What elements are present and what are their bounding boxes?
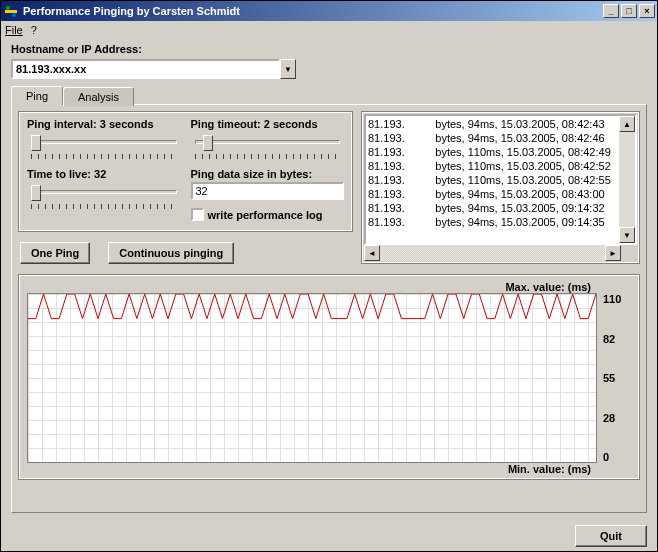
svg-point-2 [12, 13, 16, 17]
scroll-left-icon[interactable]: ◄ [364, 245, 380, 261]
ytick: 55 [603, 372, 631, 384]
scroll-up-icon[interactable]: ▲ [619, 116, 635, 132]
svg-point-1 [6, 6, 10, 10]
settings-section: Ping interval: 3 seconds Ping timeout: 2… [18, 111, 353, 264]
checkbox-box[interactable] [191, 208, 204, 221]
hostname-label: Hostname or IP Address: [11, 43, 647, 55]
ytick: 0 [603, 451, 631, 463]
maximize-button[interactable]: □ [621, 4, 637, 18]
minimize-button[interactable]: _ [603, 4, 619, 18]
results-hscrollbar[interactable]: ◄ ► [364, 245, 637, 261]
ttl-ticks [31, 204, 177, 210]
timeout-slider[interactable] [191, 132, 345, 152]
hostname-dropdown-button[interactable]: ▼ [280, 59, 296, 79]
menu-file[interactable]: File [5, 24, 23, 36]
writelog-checkbox[interactable]: write performance log [191, 208, 345, 221]
writelog-label: write performance log [208, 209, 323, 221]
chart-min-label: Min. value: (ms) [27, 463, 631, 475]
results-listbox[interactable]: 81.193. bytes, 94ms, 15.03.2005, 08:42:4… [364, 114, 637, 245]
timeout-ticks [195, 154, 341, 160]
hostname-input[interactable] [11, 59, 280, 79]
ytick: 82 [603, 333, 631, 345]
svg-rect-0 [5, 10, 17, 13]
titlebar: Performance Pinging by Carsten Schmidt _… [1, 1, 657, 21]
ytick: 28 [603, 412, 631, 424]
tab-panel-ping: Ping interval: 3 seconds Ping timeout: 2… [11, 104, 647, 513]
interval-label: Ping interval: 3 seconds [27, 118, 181, 130]
chart-yaxis: 110 82 55 28 0 [597, 293, 631, 463]
ytick: 110 [603, 293, 631, 305]
results-panel: 81.193. bytes, 94ms, 15.03.2005, 08:42:4… [361, 111, 640, 264]
interval-ticks [31, 154, 177, 160]
tabs: Ping Analysis [11, 85, 647, 104]
chart-panel: Max. value: (ms) 110 82 55 28 0 Min. val… [18, 274, 640, 480]
datasize-input[interactable] [191, 182, 345, 200]
menu-help[interactable]: ? [31, 24, 37, 36]
timeout-label: Ping timeout: 2 seconds [191, 118, 345, 130]
tab-ping[interactable]: Ping [11, 86, 63, 105]
ping-chart [27, 293, 597, 463]
datasize-label: Ping data size in bytes: [191, 168, 345, 180]
one-ping-button[interactable]: One Ping [20, 242, 90, 264]
app-icon [3, 3, 19, 19]
chart-line [28, 294, 596, 463]
tab-analysis[interactable]: Analysis [63, 87, 134, 106]
results-vscrollbar[interactable]: ▲ ▼ [619, 116, 635, 243]
results-content: 81.193. bytes, 94ms, 15.03.2005, 08:42:4… [366, 116, 619, 243]
client-area: Hostname or IP Address: ▼ Ping Analysis … [1, 39, 657, 521]
app-window: Performance Pinging by Carsten Schmidt _… [0, 0, 658, 552]
scroll-down-icon[interactable]: ▼ [619, 227, 635, 243]
footer: Quit [1, 521, 657, 551]
ttl-label: Time to live: 32 [27, 168, 181, 180]
scroll-right-icon[interactable]: ► [605, 245, 621, 261]
ttl-slider[interactable] [27, 182, 181, 202]
menubar: File ? [1, 21, 657, 39]
continuous-pinging-button[interactable]: Continuous pinging [108, 242, 234, 264]
hostname-combo[interactable]: ▼ [11, 59, 296, 79]
quit-button[interactable]: Quit [575, 525, 647, 547]
window-title: Performance Pinging by Carsten Schmidt [23, 5, 603, 17]
close-button[interactable]: × [639, 4, 655, 18]
interval-slider[interactable] [27, 132, 181, 152]
chart-max-label: Max. value: (ms) [27, 281, 631, 293]
